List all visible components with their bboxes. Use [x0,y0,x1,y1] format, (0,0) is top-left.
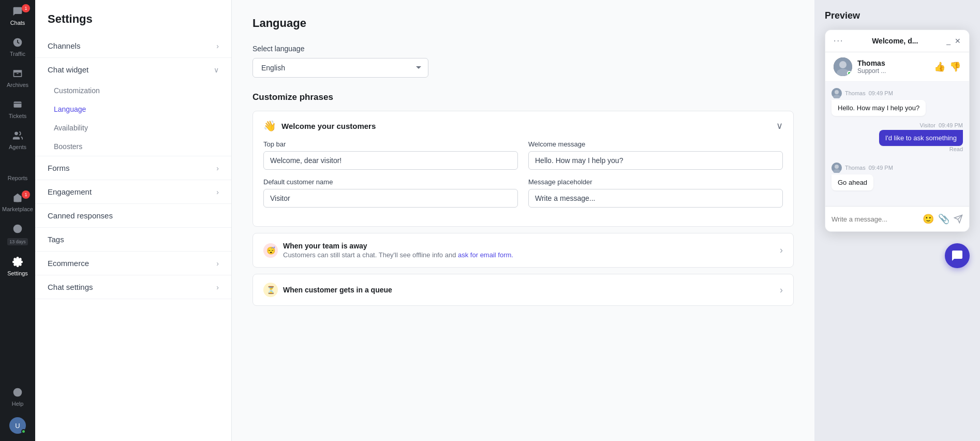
online-status-dot [21,429,26,434]
nav-label-traffic: Traffic [10,51,25,57]
svg-point-14 [835,165,839,169]
phrase-fields-row-2: Default customer name Message placeholde… [263,178,783,208]
sidebar-item-trial[interactable]: 13 days [0,217,35,251]
chat-message-1: Thomas 09:49 PM Hello. How may I help yo… [831,88,963,116]
nav-label-help: Help [12,401,24,407]
sidebar-item-help[interactable]: Help [0,381,35,412]
widget-dots[interactable]: ··· [834,36,843,46]
agent-avatar [834,57,852,76]
sidebar-item-traffic[interactable]: Traffic [0,31,35,62]
chevron-right-icon: › [216,188,219,196]
msg-meta-3: Thomas 09:49 PM [831,163,963,173]
phrase-card-welcome: 👋 Welcome your customers ∨ Top bar Welco… [253,111,794,227]
top-bar-label: Top bar [263,140,518,148]
section-tags-label: Tags [48,235,64,244]
settings-title: Settings [35,0,231,34]
agent-role: Support ... [857,67,886,75]
ticket-icon [11,98,24,111]
section-forms-header[interactable]: Forms › [35,156,231,180]
select-language-label: Select language [253,45,794,53]
chat-message-2: Visitor 09:49 PM I'd like to ask somethi… [831,122,963,156]
phrase-field-message-placeholder: Message placeholder [528,178,783,208]
sidebar-item-tickets[interactable]: Tickets [0,93,35,124]
traffic-icon [11,36,24,49]
svg-point-2 [14,132,18,136]
sidebar-item-agents[interactable]: Agents [0,124,35,155]
chevron-right-icon: › [216,42,219,50]
emoji-icon[interactable]: 🙂 [923,213,934,225]
settings-icon [11,256,24,268]
thumbs-down-button[interactable]: 👎 [949,61,961,72]
msg-bubble-3: Go ahead [831,174,873,190]
msg-meta-1: Thomas 09:49 PM [831,88,963,98]
thumbs-up-button[interactable]: 👍 [934,61,945,72]
customer-name-label: Default customer name [263,178,518,186]
customer-name-input[interactable] [263,189,518,208]
section-ecommerce-header[interactable]: Ecommerce › [35,252,231,275]
away-icon-container: 😴 [263,243,278,258]
send-button[interactable] [954,212,963,226]
phrase-card-welcome-header[interactable]: 👋 Welcome your customers ∨ [253,111,793,140]
read-indicator: Read [831,146,963,152]
avatar: U [9,417,26,434]
sub-item-availability[interactable]: Availability [35,119,231,137]
phrase-card-queue: ⏳ When customer gets in a queue › [253,274,794,306]
collapse-icon: ∨ [776,120,783,131]
user-avatar-nav[interactable]: U [0,412,35,441]
agent-name: Thomas [857,59,886,67]
sub-item-boosters[interactable]: Boosters [35,137,231,156]
sub-item-customization[interactable]: Customization [35,81,231,100]
attachment-icon[interactable]: 📎 [938,213,949,225]
trial-label: 13 days [7,238,28,245]
msg-bubble-1: Hello. How may I help you? [831,100,926,116]
chat-input-field[interactable] [831,215,918,223]
preview-panel: Preview ··· Welcome, d... _ ✕ Thomas Sup… [814,0,980,441]
section-engagement-header[interactable]: Engagement › [35,180,231,203]
section-channels-header[interactable]: Channels › [35,34,231,57]
chevron-right-icon: › [780,245,783,256]
welcome-message-input[interactable] [528,151,783,170]
chat-agent-info: Thomas Support ... [834,57,886,76]
sidebar-item-archives[interactable]: Archives [0,62,35,93]
customize-phrases-title: Customize phrases [253,92,794,102]
agent-online-dot [847,71,852,76]
widget-minimize-button[interactable]: _ [946,37,951,45]
section-canned-responses-header[interactable]: Canned responses [35,204,231,227]
preview-title: Preview [825,10,970,21]
phrase-card-away-link[interactable]: ask for email form. [458,251,513,259]
chats-badge: 1 [22,4,30,12]
sidebar-item-reports[interactable]: Reports [0,155,35,186]
phrase-card-welcome-title: Welcome your customers [281,122,376,130]
section-chat-widget-header[interactable]: Chat widget ∨ [35,58,231,81]
svg-point-11 [835,90,839,94]
section-channels: Channels › [35,34,231,58]
language-select[interactable]: English [253,58,428,78]
section-chat-widget: Chat widget ∨ Customization Language Ava… [35,58,231,156]
chat-fab-button[interactable] [945,243,970,268]
section-chat-settings: Chat settings › [35,275,231,299]
msg-time-3: 09:49 PM [869,165,893,171]
chevron-right-icon: › [216,259,219,268]
phrase-field-welcome-message: Welcome message [528,140,783,170]
sub-item-language[interactable]: Language [35,100,231,119]
section-channels-label: Channels [48,41,80,50]
sidebar-item-chats[interactable]: 1 Chats [0,0,35,31]
section-chat-settings-header[interactable]: Chat settings › [35,275,231,299]
phrase-card-queue-collapsed[interactable]: ⏳ When customer gets in a queue › [253,274,793,305]
top-bar-input[interactable] [263,151,518,170]
sidebar-item-marketplace[interactable]: 1 Marketplace [0,186,35,217]
phrase-card-away-desc: Customers can still start a chat. They'l… [283,251,780,259]
section-tags-header[interactable]: Tags [35,228,231,251]
msg-sender-1: Thomas [845,90,866,96]
message-placeholder-input[interactable] [528,189,783,208]
sidebar-item-settings[interactable]: Settings [0,251,35,282]
phrase-card-queue-title: When customer gets in a queue [283,286,780,294]
widget-close-button[interactable]: ✕ [955,37,961,45]
trial-icon [11,223,24,235]
chevron-right-icon: › [780,285,783,296]
section-chat-settings-label: Chat settings [48,283,93,291]
phrase-card-welcome-title-group: 👋 Welcome your customers [263,120,376,132]
msg-meta-2: Visitor 09:49 PM [831,122,963,128]
chat-widget: ··· Welcome, d... _ ✕ Thomas Support ... [825,30,970,232]
phrase-card-away-collapsed[interactable]: 😴 When your team is away Customers can s… [253,233,793,267]
